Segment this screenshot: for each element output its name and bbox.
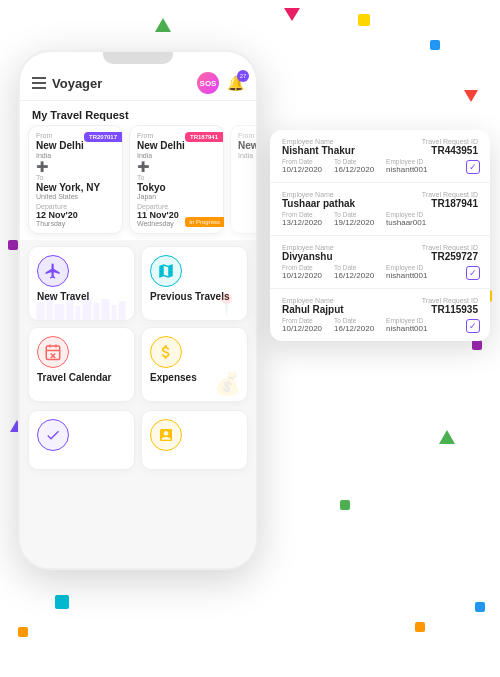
from-date-1: 10/12/2020 xyxy=(282,165,322,174)
req-id-2: TR187941 xyxy=(422,198,478,209)
hamburger-icon[interactable] xyxy=(32,77,46,89)
expenses-card[interactable]: Expenses 💰 xyxy=(141,327,248,402)
receipt-card[interactable] xyxy=(141,410,248,470)
card-to-city-2: Tokyo xyxy=(137,182,216,193)
travel-card-1[interactable]: TR207017 From New Delhi India ➕ To New Y… xyxy=(28,125,123,234)
from-date-block-1: From Date 10/12/2020 xyxy=(282,158,322,174)
decor-right-red-tri xyxy=(464,90,478,102)
check-1[interactable]: ✓ xyxy=(466,160,480,174)
bell-badge: 27 xyxy=(237,70,249,82)
req-id-section-1: Travel Request ID TR443951 xyxy=(422,138,478,156)
card-dep-label-2: Departure xyxy=(137,203,216,210)
req-id-label-2: Travel Request ID xyxy=(422,191,478,198)
decor-right-purple-sq xyxy=(472,340,482,350)
from-date-3: 10/12/2020 xyxy=(282,271,322,280)
bell-icon[interactable]: 🔔 27 xyxy=(227,75,244,91)
travel-card-3[interactable]: From New India xyxy=(230,125,256,234)
phone-screen: Voyager SOS 🔔 27 My Travel Request TR207… xyxy=(20,64,256,568)
card-dep-label-1: Departure xyxy=(36,203,115,210)
req-id-label-4: Travel Request ID xyxy=(422,297,478,304)
section-title: My Travel Request xyxy=(20,101,256,125)
card-from-country-2: India xyxy=(137,152,216,159)
receipt-icon xyxy=(150,419,182,451)
svg-rect-4 xyxy=(76,306,81,320)
previous-travels-card[interactable]: Previous Travels 📍 xyxy=(141,246,248,321)
decor-top-green-tri xyxy=(155,18,171,32)
from-date-2: 13/12/2020 xyxy=(282,218,322,227)
from-label-1: From Date xyxy=(282,158,322,165)
sos-button[interactable]: SOS xyxy=(197,72,219,94)
to-label-1: To Date xyxy=(334,158,374,165)
approval-icon xyxy=(37,419,69,451)
to-date-1: 16/12/2020 xyxy=(334,165,374,174)
svg-rect-3 xyxy=(67,300,74,320)
from-date-4: 10/12/2020 xyxy=(282,324,322,333)
to-date-3: 16/12/2020 xyxy=(334,271,374,280)
expenses-label: Expenses xyxy=(150,372,197,384)
new-travel-card[interactable]: New Travel xyxy=(28,246,135,321)
check-3[interactable]: ✓ xyxy=(466,266,480,280)
emp-name-section-3: Employee Name Divyanshu xyxy=(282,244,334,262)
svg-rect-7 xyxy=(102,299,110,320)
app-header: Voyager SOS 🔔 27 xyxy=(20,64,256,101)
card-to-city-1: New York, NY xyxy=(36,182,115,193)
emp-id-2: tushaar001 xyxy=(386,218,426,227)
decor-bottom-left-orange xyxy=(18,627,28,637)
list-item-4[interactable]: Employee Name Rahul Rajput Travel Reques… xyxy=(270,289,490,341)
travel-cards-row: TR207017 From New Delhi India ➕ To New Y… xyxy=(20,125,256,240)
travel-card-2[interactable]: TR187941 From New Delhi India ➕ To Tokyo… xyxy=(129,125,224,234)
emp-name-section-2: Employee Name Tushaar pathak xyxy=(282,191,355,209)
to-date-4: 16/12/2020 xyxy=(334,324,374,333)
svg-rect-8 xyxy=(112,305,117,320)
main-grid: New Travel xyxy=(20,240,256,408)
decor-bottom-blue-sq xyxy=(475,602,485,612)
approval-card[interactable] xyxy=(28,410,135,470)
list-item-1[interactable]: Employee Name Nishant Thakur Travel Requ… xyxy=(270,130,490,183)
emp-name-section-1: Employee Name Nishant Thakur xyxy=(282,138,355,156)
card-status-2: In Progress xyxy=(185,217,224,227)
emp-name-label-3: Employee Name xyxy=(282,244,334,251)
to-date-block-2: To Date 19/12/2020 xyxy=(334,211,374,227)
card-from-label-3: From xyxy=(238,132,256,139)
travel-calendar-card[interactable]: Travel Calendar xyxy=(28,327,135,402)
header-left: Voyager xyxy=(32,76,102,91)
card-to-label-1: To xyxy=(36,174,115,181)
emp-id-block-4: Employee ID nishantt001 xyxy=(386,317,427,333)
card-arrow-2: ➕ xyxy=(137,161,216,172)
dates-1: From Date 10/12/2020 To Date 16/12/2020 … xyxy=(282,158,478,174)
card-arrow-1: ➕ xyxy=(36,161,115,172)
from-date-block-2: From Date 13/12/2020 xyxy=(282,211,322,227)
emp-name-section-4: Employee Name Rahul Rajput xyxy=(282,297,344,315)
list-item-3[interactable]: Employee Name Divyanshu Travel Request I… xyxy=(270,236,490,289)
decor-bottom-cyan xyxy=(55,595,69,609)
list-item-2[interactable]: Employee Name Tushaar pathak Travel Requ… xyxy=(270,183,490,236)
dates-3: From Date 10/12/2020 To Date 16/12/2020 … xyxy=(282,264,478,280)
to-date-block-4: To Date 16/12/2020 xyxy=(334,317,374,333)
card-dep-day-1: Thursday xyxy=(36,220,115,227)
app-title: Voyager xyxy=(52,76,102,91)
req-id-section-4: Travel Request ID TR115935 xyxy=(422,297,478,315)
from-date-block-4: From Date 10/12/2020 xyxy=(282,317,322,333)
svg-rect-0 xyxy=(37,302,45,320)
req-id-3: TR259727 xyxy=(422,251,478,262)
req-id-section-2: Travel Request ID TR187941 xyxy=(422,191,478,209)
check-4[interactable]: ✓ xyxy=(466,319,480,333)
req-id-section-3: Travel Request ID TR259727 xyxy=(422,244,478,262)
emp-name-4: Rahul Rajput xyxy=(282,304,344,315)
decor-top-blue-sq xyxy=(430,40,440,50)
emp-id-4: nishantt001 xyxy=(386,324,427,333)
card-to-label-2: To xyxy=(137,174,216,181)
header-right: SOS 🔔 27 xyxy=(197,72,244,94)
decor-top-yellow-sq xyxy=(358,14,370,26)
to-date-2: 19/12/2020 xyxy=(334,218,374,227)
to-date-block-1: To Date 16/12/2020 xyxy=(334,158,374,174)
calendar-icon xyxy=(37,336,69,368)
travel-list-panel: Employee Name Nishant Thakur Travel Requ… xyxy=(270,130,490,341)
card-from-city-3: New xyxy=(238,140,256,152)
emp-id-label-1: Employee ID xyxy=(386,158,427,165)
card-to-country-2: Japan xyxy=(137,193,216,200)
dates-4: From Date 10/12/2020 To Date 16/12/2020 … xyxy=(282,317,478,333)
card-badge-2: TR187941 xyxy=(185,132,223,142)
map-icon xyxy=(150,255,182,287)
travel-calendar-label: Travel Calendar xyxy=(37,372,111,384)
